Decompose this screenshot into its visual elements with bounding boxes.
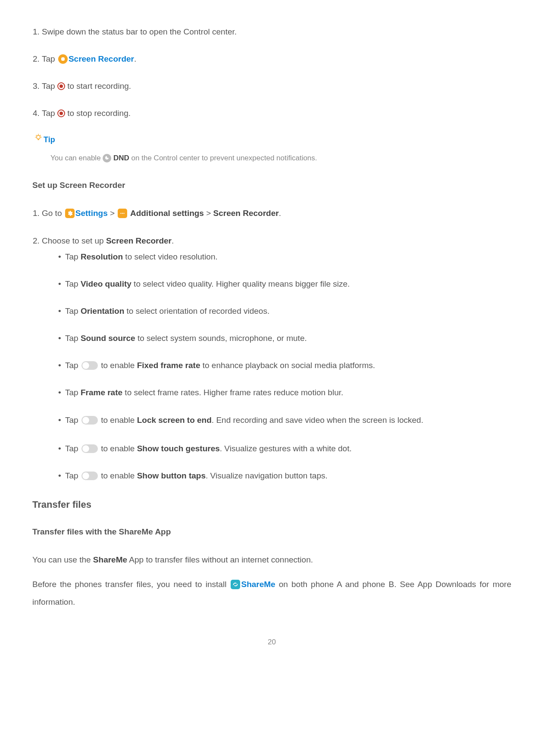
screen-recorder-label: Screen Recorder (69, 54, 134, 63)
b3a: Tap (65, 306, 81, 316)
step-3-suffix: to start recording. (65, 81, 131, 91)
svg-point-0 (37, 135, 40, 139)
screen-recorder-icon (58, 54, 68, 64)
setup-step-2: Choose to set up Screen Recorder. Tap Re… (42, 233, 511, 484)
setup-s1-prefix: Go to (42, 209, 64, 218)
step-3: Tap to start recording. (42, 78, 511, 94)
svg-point-8 (122, 213, 123, 214)
step-1: Swipe down the status bar to open the Co… (42, 24, 511, 40)
page-number: 20 (32, 635, 511, 649)
shareme-bold-1: ShareMe (93, 555, 127, 564)
setup-s2-bold: Screen Recorder (106, 236, 172, 245)
b7d: . End recording and save video when the … (212, 415, 423, 425)
screen-recorder-path-label: Screen Recorder (213, 209, 279, 218)
p1c: App to transfer files without an interne… (127, 555, 313, 564)
b2a: Tap (65, 279, 81, 288)
b5a: Tap (65, 361, 81, 370)
b9d: . Visualize navigation button taps. (206, 471, 328, 480)
frame-rate-label: Frame rate (81, 388, 122, 397)
setup-s2-prefix: Choose to set up (42, 236, 106, 245)
resolution-label: Resolution (81, 252, 123, 261)
step-4-prefix: Tap (42, 109, 57, 118)
bullet-resolution: Tap Resolution to select video resolutio… (58, 249, 511, 265)
bullet-sound-source: Tap Sound source to select system sounds… (58, 330, 511, 346)
bullet-video-quality: Tap Video quality to select video qualit… (58, 276, 511, 292)
transfer-paragraph-2: Before the phones transfer files, you ne… (32, 576, 511, 611)
svg-point-7 (121, 213, 122, 214)
b7a: Tap (65, 415, 81, 425)
bullet-orientation: Tap Orientation to select orientation of… (58, 303, 511, 319)
setup-s2-suffix: . (172, 236, 174, 245)
dnd-icon (103, 154, 111, 162)
record-icon (57, 82, 65, 90)
additional-settings-icon (118, 209, 127, 218)
toggle-icon (81, 361, 98, 370)
b6c: to select frame rates. Higher frame rate… (122, 388, 343, 397)
show-touch-label: Show touch gestures (137, 444, 220, 453)
bullet-show-button-taps: Tap to enable Show button taps. Visualiz… (58, 468, 511, 484)
svg-line-4 (36, 135, 37, 136)
transfer-files-heading: Transfer files (32, 496, 511, 514)
b5d: to enhance playback on social media plat… (200, 361, 375, 370)
shareme-label: ShareMe (241, 580, 275, 589)
b3c: to select orientation of recorded videos… (124, 306, 269, 316)
fixed-frame-rate-label: Fixed frame rate (137, 361, 200, 370)
tip-text-a: You can enable (50, 154, 103, 162)
step-3-prefix: Tap (42, 81, 57, 91)
step-2: Tap Screen Recorder. (42, 51, 511, 67)
bullet-show-touch-gestures: Tap to enable Show touch gestures. Visua… (58, 440, 511, 456)
p1a: You can use the (32, 555, 93, 564)
svg-point-9 (124, 213, 125, 214)
b4a: Tap (65, 334, 81, 343)
stop-icon (57, 109, 65, 117)
b1c: to select video resolution. (123, 252, 218, 261)
b9b: to enable (99, 471, 137, 480)
step-2-suffix: . (134, 54, 136, 63)
b4c: to select system sounds, microphone, or … (135, 334, 307, 343)
setup-screen-recorder-heading: Set up Screen Recorder (32, 177, 511, 193)
b7b: to enable (99, 415, 137, 425)
gt-2: > (204, 209, 213, 218)
step-4-suffix: to stop recording. (65, 109, 131, 118)
tip-body: You can enable DND on the Control center… (34, 151, 511, 165)
lightbulb-icon (34, 132, 43, 147)
lock-screen-label: Lock screen to end (137, 415, 212, 425)
tip-label: Tip (44, 132, 55, 147)
step-2-prefix: Tap (42, 54, 57, 63)
gt-1: > (108, 209, 117, 218)
b8a: Tap (65, 444, 81, 453)
b8b: to enable (99, 444, 137, 453)
shareme-icon (231, 580, 240, 589)
svg-line-5 (40, 135, 41, 136)
step-1-text: Swipe down the status bar to open the Co… (42, 27, 237, 36)
settings-icon (65, 209, 75, 218)
b2c: to select video quality. Higher quality … (131, 279, 350, 288)
tip-text-b: on the Control center to prevent unexpec… (129, 154, 317, 162)
toggle-icon (81, 444, 98, 453)
settings-label: Settings (75, 209, 108, 218)
p2a: Before the phones transfer files, you ne… (32, 580, 230, 589)
toggle-icon (81, 416, 98, 425)
b5b: to enable (99, 361, 137, 370)
additional-settings-label: Additional settings (128, 209, 204, 218)
bullet-frame-rate: Tap Frame rate to select frame rates. Hi… (58, 384, 511, 400)
toggle-icon (81, 472, 98, 480)
tip-heading: Tip (34, 132, 511, 147)
sound-source-label: Sound source (81, 334, 135, 343)
bullet-fixed-frame-rate: Tap to enable Fixed frame rate to enhanc… (58, 357, 511, 373)
b1a: Tap (65, 252, 81, 261)
step-4: Tap to stop recording. (42, 105, 511, 121)
transfer-paragraph-1: You can use the ShareMe App to transfer … (32, 552, 511, 568)
transfer-shareme-heading: Transfer files with the ShareMe App (32, 524, 511, 540)
show-button-taps-label: Show button taps (137, 471, 206, 480)
dot-1: . (279, 209, 281, 218)
tip-block: Tip You can enable DND on the Control ce… (34, 132, 511, 165)
orientation-label: Orientation (81, 306, 124, 316)
dnd-label: DND (111, 154, 129, 162)
video-quality-label: Video quality (81, 279, 131, 288)
setup-step-1: Go to Settings > Additional settings > S… (42, 205, 511, 221)
b9a: Tap (65, 471, 81, 480)
b6a: Tap (65, 388, 81, 397)
b8d: . Visualize gestures with a white dot. (220, 444, 352, 453)
bullet-lock-screen-to-end: Tap to enable Lock screen to end. End re… (58, 412, 511, 429)
